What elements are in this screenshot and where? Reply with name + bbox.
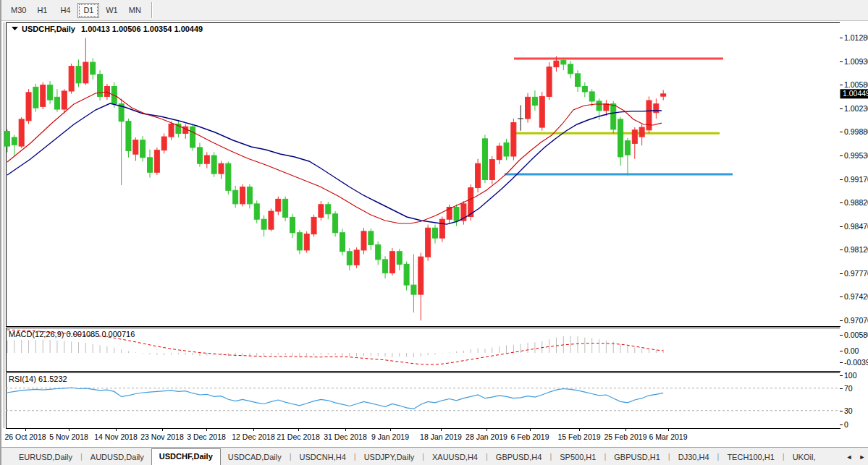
candle-body (404, 264, 409, 285)
candle-body (276, 199, 281, 211)
chart-canvas[interactable]: 1.012801.009301.005801.002300.998800.995… (1, 21, 868, 447)
price-tick-label: 1.00230 (844, 104, 868, 113)
time-tick-label: 14 Nov 2018 (94, 432, 138, 441)
timeframe-button-d1[interactable]: D1 (77, 3, 99, 18)
chart-tab-usdcnh[interactable]: USDCNH,H4 (292, 451, 353, 465)
time-tick-label: 9 Jan 2019 (371, 432, 409, 441)
timeframe-button-mn[interactable]: MN (124, 3, 146, 18)
time-tick-label: 21 Dec 2018 (277, 432, 320, 441)
price-tick-label: 1.00930 (844, 57, 868, 66)
candle-body (611, 104, 616, 129)
candle-body (418, 257, 424, 294)
candle-body (90, 62, 96, 74)
candle-body (333, 214, 338, 233)
candle-body (504, 142, 509, 156)
price-tick-label: 0.99170 (844, 175, 868, 184)
chart-tab-eurusd[interactable]: EURUSD,Daily (12, 451, 80, 465)
candle-body (83, 62, 88, 83)
candle-body (161, 137, 167, 150)
chart-tab-tech100[interactable]: TECH100,H1 (720, 451, 781, 465)
rsi-panel[interactable] (6, 372, 840, 428)
candle-body (41, 85, 46, 107)
candle-body (126, 121, 131, 151)
candle-body (646, 101, 652, 130)
candle-body (76, 67, 81, 83)
candle-body (632, 130, 637, 144)
chart-tab-usdchf[interactable]: USDCHF,Daily (151, 448, 221, 465)
chart-tab-ukoil[interactable]: UKOil, (785, 451, 823, 465)
candle-body (148, 158, 153, 172)
candle-body (411, 285, 416, 294)
candle-body (526, 97, 531, 119)
time-tick-label: 6 Mar 2019 (649, 432, 687, 441)
price-tick-label: 0.97070 (844, 316, 868, 325)
time-tick-label: 28 Jan 2019 (465, 432, 507, 441)
chart-tab-sp500[interactable]: SP500,H1 (552, 451, 603, 465)
toolbar-separator (151, 2, 152, 18)
candle-body (133, 140, 138, 154)
candle-body (140, 140, 146, 158)
candle-body (233, 190, 238, 204)
candle-body (397, 252, 402, 265)
chart-title-symbol: USDCHF,Daily (22, 25, 76, 33)
chart-tab-xauusd[interactable]: XAUUSD,H4 (425, 451, 485, 465)
time-tick-label: 5 Nov 2018 (49, 432, 88, 441)
candle-body (169, 124, 174, 137)
candle-body (376, 244, 381, 259)
tab-scroll-controls: ◄► (845, 452, 867, 462)
candle-body (33, 87, 38, 108)
candle-body (26, 93, 31, 121)
candle-body (604, 104, 609, 111)
candle-body (254, 204, 259, 219)
candle-body (568, 64, 573, 74)
chart-tab-audusd[interactable]: AUDUSD,Daily (83, 451, 151, 465)
candle-body (497, 146, 502, 160)
candle-body (482, 139, 487, 180)
candle-body (582, 86, 587, 91)
candle-body (104, 86, 109, 96)
candle-body (204, 155, 209, 163)
candle-body (511, 123, 516, 156)
chart-tab-usdjpy[interactable]: USDJPY,Daily (357, 451, 422, 465)
candle-body (297, 233, 302, 250)
timeframe-toolbar: M30H1H4D1W1MN (1, 0, 868, 21)
time-tick-label: 6 Feb 2019 (510, 432, 549, 441)
candle-body (326, 205, 331, 214)
candle-body (340, 233, 345, 252)
candle-body (589, 92, 594, 101)
chart-tab-gbpusd[interactable]: GBPUSD,H1 (607, 451, 667, 465)
time-axis: 26 Oct 20185 Nov 201814 Nov 201823 Nov 2… (4, 428, 687, 441)
time-tick-label: 18 Jan 2019 (420, 432, 462, 441)
macd-tick-label: 0.005802 (844, 330, 868, 339)
candle-body (54, 97, 59, 109)
candle-body (48, 85, 53, 100)
price-tick-label: 0.98470 (844, 222, 868, 231)
timeframe-button-m30[interactable]: M30 (7, 3, 30, 18)
price-tick-label: 0.97420 (844, 292, 868, 301)
candle-body (311, 217, 316, 234)
current-price-tag-label: 1.00449 (843, 89, 868, 98)
price-tick-label: 0.99530 (844, 151, 868, 160)
macd-label: MACD(12,26,9) 0.001085 0.000716 (9, 330, 135, 338)
candle-body (389, 252, 395, 273)
price-tick-label: 0.98120 (844, 245, 868, 254)
chart-tab-dj30[interactable]: DJ30,H4 (671, 451, 717, 465)
chart-tab-usdcad[interactable]: USDCAD,Daily (221, 451, 289, 465)
candle-body (319, 205, 324, 218)
timeframe-button-w1[interactable]: W1 (101, 3, 122, 18)
chart-tab-gbpusd[interactable]: GBPUSD,H4 (489, 451, 549, 465)
candle-body (639, 127, 644, 137)
candle-body (240, 187, 245, 204)
rsi-tick-label: 30 (844, 406, 853, 415)
timeframe-button-h1[interactable]: H1 (31, 3, 53, 18)
time-tick-label: 15 Feb 2019 (558, 432, 601, 441)
candle-body (547, 67, 552, 97)
candle-body (154, 150, 159, 173)
tab-scroll-right[interactable]: ► (858, 452, 867, 462)
candle-body (383, 260, 388, 273)
timeframe-button-h4[interactable]: H4 (54, 3, 76, 18)
candle-body (539, 96, 544, 127)
time-tick-label: 31 Dec 2018 (324, 432, 367, 441)
tab-scroll-left[interactable]: ◄ (845, 452, 854, 462)
price-tick-label: 1.01280 (844, 33, 868, 42)
